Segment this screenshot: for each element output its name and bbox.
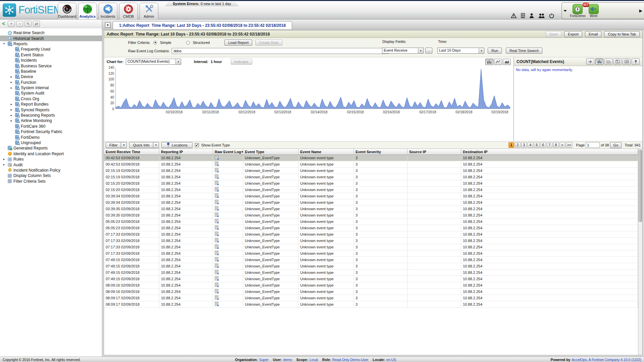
column-header-event-receive-time[interactable]: Event Receive Time (104, 149, 159, 155)
indicator-button[interactable]: Indicator (231, 59, 252, 65)
sidebar-item-baseline[interactable]: Baseline (0, 69, 102, 74)
locations-button[interactable]: Locations (161, 142, 193, 148)
sidebar-item-incident-notification-policy[interactable]: Incident Notification Policy (0, 168, 102, 173)
area-chart-type-button[interactable] (503, 59, 511, 65)
organization-value[interactable]: Super (259, 358, 269, 362)
show-event-type-label[interactable]: Show Event Type (201, 143, 230, 147)
bar-chart-type-button[interactable] (485, 59, 493, 65)
raw-event-log-icon[interactable] (215, 206, 219, 212)
user-icon[interactable] (529, 13, 534, 18)
table-row[interactable]: 07:17:33 02/09/201810.88.2.254Unknown_Ev… (104, 244, 638, 250)
raw-event-log-icon[interactable] (215, 276, 219, 282)
raw-event-log-icon[interactable] (215, 238, 219, 244)
powered-by-value[interactable]: AccelOps, A Fortinet Company 4.10.0 (110… (572, 358, 641, 362)
table-row[interactable]: 05:05:23 02/09/201810.88.2.254Unknown_Ev… (104, 225, 638, 231)
simple-radio[interactable] (153, 41, 157, 45)
run-button[interactable]: Run (488, 48, 502, 54)
raw-event-log-icon[interactable] (215, 193, 219, 199)
org-item-fortidemo[interactable]: 417 FortiDemo (570, 4, 586, 18)
quick-info-button[interactable]: Quick Info (129, 142, 153, 148)
raw-event-log-icon[interactable] (215, 187, 219, 193)
sidebar-item-airline-monitoring[interactable]: ►Airline Monitoring (0, 118, 102, 123)
warning-icon[interactable] (511, 13, 517, 18)
raw-event-log-icon[interactable] (215, 174, 219, 180)
raw-event-input[interactable] (172, 48, 389, 54)
page-button-8[interactable]: 8 (553, 142, 559, 148)
add-button[interactable]: + (8, 21, 15, 27)
raw-event-log-icon[interactable] (215, 200, 219, 205)
real-time-search-button[interactable]: Real Time Search (506, 48, 542, 54)
create-rule-button[interactable]: Create Rule (255, 40, 282, 46)
column-header-source-ip[interactable]: Source IP (408, 149, 461, 155)
sidebar-item-incidents[interactable]: Incidents (0, 58, 102, 63)
page-button-1[interactable]: 1 (508, 142, 514, 148)
organize-button[interactable]: ⇄ (33, 21, 40, 27)
line-chart-type-button[interactable] (494, 59, 502, 65)
tree-caret-icon[interactable]: ► (10, 81, 15, 84)
time-select[interactable]: Last 10 Days ▼ (437, 48, 484, 54)
raw-event-log-icon[interactable] (215, 225, 219, 231)
nav-tab-cmdb[interactable]: CMDB (119, 3, 138, 19)
system-errors-banner[interactable]: System Errors: 0 new in last 1 day (165, 1, 239, 6)
email-button[interactable]: Email (585, 31, 602, 37)
system-report-icon[interactable] (521, 13, 525, 18)
table-row[interactable]: 00:42:53 02/09/201810.88.2.254Unknown_Ev… (104, 161, 638, 168)
page-button-[interactable]: >> (566, 142, 573, 148)
column-header-event-type[interactable]: Event Type (243, 149, 299, 155)
nav-tab-admin[interactable]: Admin (140, 3, 158, 19)
sidebar-item-rules[interactable]: ►Rules (0, 157, 102, 162)
chart-for-select[interactable]: COUNT(Matched Events) ▼ (126, 59, 181, 65)
tab-adhoc-report[interactable]: 1:Adhoc Report Time Range: Last 10 Days … (113, 21, 292, 29)
sidebar-item-synced-reports[interactable]: ►Synced Reports (0, 107, 102, 112)
sidebar-item-filter-criteria-sets[interactable]: Filter Criteria Sets (0, 179, 102, 184)
table-row[interactable]: 05:05:23 02/09/201810.88.2.254Unknown_Ev… (104, 219, 638, 225)
table-scrollbar[interactable] (638, 149, 642, 355)
sidebar-item-display-column-sets[interactable]: Display Column Sets (0, 173, 102, 178)
users-icon[interactable] (538, 13, 545, 18)
table-row[interactable]: 03:39:35 02/09/201810.88.2.254Unknown_Ev… (104, 206, 638, 212)
edit-button[interactable]: ✎ (24, 21, 32, 27)
nav-tab-incidents[interactable]: Incidents (99, 3, 117, 19)
sidebar-item-business-service[interactable]: Business Service (0, 63, 102, 68)
tree-caret-icon[interactable]: ► (10, 108, 15, 111)
column-header-event-severity[interactable]: Event Severity (354, 149, 408, 155)
column-header-raw-event-log[interactable]: Raw Event Log◀▕ (213, 149, 243, 155)
table-row[interactable]: 08:09:17 02/09/201810.88.2.254Unknown_Ev… (104, 295, 638, 301)
scope-value[interactable]: Local (310, 358, 318, 362)
pointer-icon[interactable] (586, 58, 594, 65)
sidebar-item-report-bundles[interactable]: ►Report Bundles (0, 102, 102, 107)
raw-event-log-icon[interactable] (215, 295, 219, 301)
tree-caret-icon[interactable]: ► (10, 103, 15, 106)
simple-radio-label[interactable]: Simple (160, 41, 171, 45)
structured-radio-label[interactable]: Structured (193, 41, 210, 45)
sidebar-item-system-audit[interactable]: System Audit (0, 90, 102, 96)
sidebar-item-real-time-search[interactable]: Real-time Search (0, 30, 102, 36)
sidebar-item-ungrouped[interactable]: Ungrouped (0, 140, 102, 145)
chevron-down-icon[interactable] (564, 10, 567, 13)
raw-event-log-icon[interactable] (215, 244, 219, 250)
raw-event-log-icon[interactable] (215, 155, 219, 161)
tree-caret-icon[interactable]: ► (3, 158, 8, 161)
raw-event-log-icon[interactable] (215, 232, 219, 237)
tree-caret-icon[interactable]: ► (10, 119, 15, 122)
raw-event-log-icon[interactable] (215, 263, 219, 269)
scatter-plot-icon[interactable] (604, 58, 612, 65)
table-row[interactable]: 07:17:33 02/09/201810.88.2.254Unknown_Ev… (104, 250, 638, 257)
sidebar-item-historical-search[interactable]: Historical Search (0, 36, 102, 41)
raw-event-log-icon[interactable] (215, 270, 219, 276)
remove-button[interactable]: − (16, 21, 23, 27)
raw-event-log-icon[interactable] (215, 302, 219, 307)
sidebar-item-fortinet-security-fabric[interactable]: Fortinet Security Fabric (0, 129, 102, 134)
sidebar-item-device[interactable]: ►Device (0, 74, 102, 79)
tree-caret-icon[interactable]: ► (10, 114, 15, 117)
raw-event-log-icon[interactable] (215, 213, 219, 218)
power-icon[interactable] (549, 13, 554, 18)
raw-event-log-icon[interactable] (215, 162, 219, 167)
table-row[interactable]: 02:15:19 02/09/201810.88.2.254Unknown_Ev… (104, 168, 638, 174)
table-row[interactable]: 00:42:53 02/09/201810.88.2.254Unknown_Ev… (104, 155, 638, 161)
raw-event-log-icon[interactable] (215, 289, 219, 295)
table-row[interactable]: 03:39:35 02/09/201810.88.2.254Unknown_Ev… (104, 212, 638, 219)
sidebar-item-beaconing-reports[interactable]: ►Beaconing Reports (0, 113, 102, 118)
filter-dropdown-caret[interactable]: ▼ (121, 142, 127, 148)
tree-caret-icon[interactable]: ► (3, 163, 8, 166)
